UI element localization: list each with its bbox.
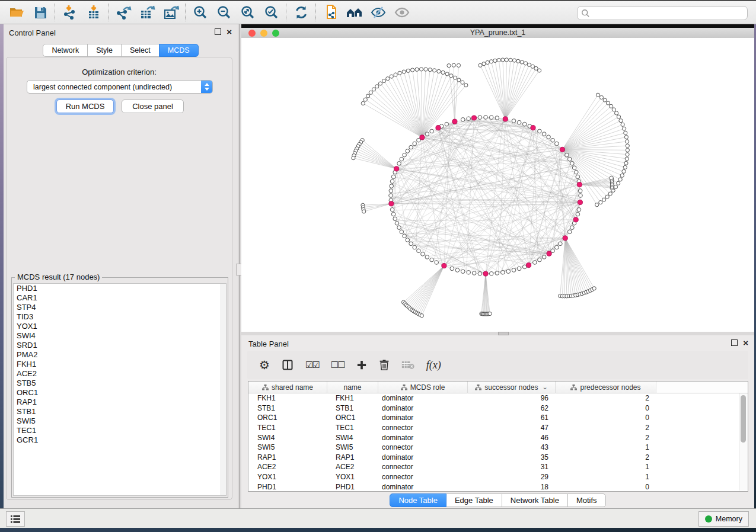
mcds-node[interactable] (563, 236, 567, 241)
table-cell[interactable]: 62 (468, 404, 556, 412)
network-node[interactable] (467, 271, 471, 275)
network-node[interactable] (624, 135, 628, 139)
zoom-in-button[interactable] (189, 2, 212, 23)
table-cell[interactable]: TEC1 (248, 424, 327, 432)
network-node[interactable] (447, 64, 451, 68)
tab-style[interactable]: Style (87, 44, 122, 57)
network-node[interactable] (522, 122, 527, 126)
mcds-result-item[interactable]: ACE2 (14, 369, 226, 379)
table-cell[interactable]: connector (378, 463, 468, 471)
network-node[interactable] (424, 68, 428, 71)
network-node[interactable] (461, 118, 465, 122)
network-node[interactable] (428, 68, 432, 72)
close-panel-icon[interactable]: × (227, 28, 232, 35)
column-header-successor-nodes[interactable]: successor nodes⌄ (468, 382, 556, 393)
mcds-node[interactable] (531, 126, 535, 130)
network-node[interactable] (623, 165, 627, 169)
table-cell[interactable]: STB1 (327, 404, 378, 412)
network-node[interactable] (512, 59, 516, 62)
network-node[interactable] (542, 132, 546, 136)
network-node[interactable] (413, 142, 417, 146)
network-node[interactable] (479, 63, 482, 67)
network-node[interactable] (467, 117, 471, 121)
network-node[interactable] (595, 203, 599, 207)
network-node[interactable] (406, 149, 410, 153)
network-node[interactable] (400, 157, 404, 161)
network-node[interactable] (391, 175, 395, 179)
network-node[interactable] (622, 169, 626, 173)
table-cell[interactable]: dominator (378, 404, 468, 412)
import-network-button[interactable] (58, 2, 82, 23)
column-header-predecessor-nodes[interactable]: predecessor nodes (556, 382, 656, 393)
table-cell[interactable]: 96 (468, 394, 556, 402)
network-node[interactable] (366, 94, 370, 98)
network-node[interactable] (576, 175, 580, 179)
show-all-hidden-button[interactable] (390, 2, 414, 23)
mcds-result-item[interactable]: TID3 (14, 312, 226, 322)
table-scrollbar[interactable] (739, 393, 748, 491)
network-node[interactable] (495, 116, 499, 120)
search-input[interactable] (590, 7, 747, 20)
mcds-node[interactable] (420, 135, 425, 140)
table-row[interactable]: YOX1YOX1connector291 (248, 472, 739, 482)
mcds-result-item[interactable]: SWI5 (14, 416, 226, 426)
tab-select[interactable]: Select (121, 44, 160, 57)
mcds-node[interactable] (442, 264, 446, 268)
network-node[interactable] (386, 77, 390, 81)
mcds-node[interactable] (483, 271, 488, 276)
mcds-result-item[interactable]: PMA2 (14, 350, 226, 360)
mcds-result-item[interactable]: RAP1 (14, 398, 226, 407)
network-node[interactable] (389, 194, 393, 198)
table-cell[interactable]: ACE2 (248, 463, 327, 471)
tab-network[interactable]: Network (43, 44, 88, 57)
task-history-button[interactable] (6, 511, 25, 527)
table-cell[interactable]: 2 (556, 453, 656, 462)
table-cell[interactable]: dominator (378, 414, 468, 422)
network-node[interactable] (397, 162, 401, 166)
network-node[interactable] (482, 62, 486, 66)
network-node[interactable] (579, 194, 583, 198)
network-node[interactable] (389, 189, 393, 193)
network-node[interactable] (489, 116, 493, 120)
scrollbar-thumb[interactable] (741, 395, 746, 443)
open-file-button[interactable] (5, 2, 28, 23)
network-node[interactable] (433, 69, 436, 72)
network-node[interactable] (450, 267, 454, 271)
network-node[interactable] (393, 217, 397, 221)
table-cell[interactable]: 31 (468, 463, 556, 471)
mcds-result-item[interactable]: YOX1 (14, 322, 226, 331)
table-cell[interactable]: SWI5 (248, 443, 327, 451)
network-node[interactable] (555, 245, 559, 249)
mcds-result-item[interactable]: ORC1 (14, 388, 226, 398)
table-cell[interactable]: 46 (468, 434, 556, 442)
table-cell[interactable]: STB1 (248, 404, 327, 412)
network-node[interactable] (626, 153, 629, 156)
table-cell[interactable]: 0 (556, 483, 656, 491)
mcds-result-item[interactable]: TEC1 (14, 426, 226, 435)
network-node[interactable] (425, 132, 429, 136)
table-cell[interactable]: dominator (378, 394, 468, 402)
tab-mcds[interactable]: MCDS (159, 44, 199, 57)
network-node[interactable] (406, 238, 410, 242)
network-node[interactable] (449, 74, 453, 78)
network-node[interactable] (419, 68, 423, 71)
optimization-criterion-select[interactable]: largest connected component (undirected) (27, 80, 213, 94)
network-node[interactable] (596, 93, 599, 97)
tab-network-table[interactable]: Network Table (502, 493, 568, 507)
network-node[interactable] (551, 138, 555, 142)
table-cell[interactable]: PHD1 (248, 483, 327, 491)
table-cell[interactable]: 47 (468, 424, 556, 432)
table-cell[interactable]: SWI4 (248, 434, 327, 442)
mcds-node[interactable] (436, 126, 441, 130)
network-node[interactable] (361, 101, 365, 105)
network-node[interactable] (512, 268, 516, 273)
table-cell[interactable]: 35 (468, 453, 556, 462)
network-node[interactable] (435, 261, 439, 265)
network-node[interactable] (453, 76, 457, 79)
clear-selection-icon[interactable]: ☐☐ (331, 360, 344, 370)
network-node[interactable] (394, 73, 397, 76)
mcds-node[interactable] (578, 200, 582, 204)
network-node[interactable] (538, 258, 542, 262)
table-cell[interactable]: YOX1 (327, 473, 378, 481)
network-node[interactable] (599, 201, 602, 204)
